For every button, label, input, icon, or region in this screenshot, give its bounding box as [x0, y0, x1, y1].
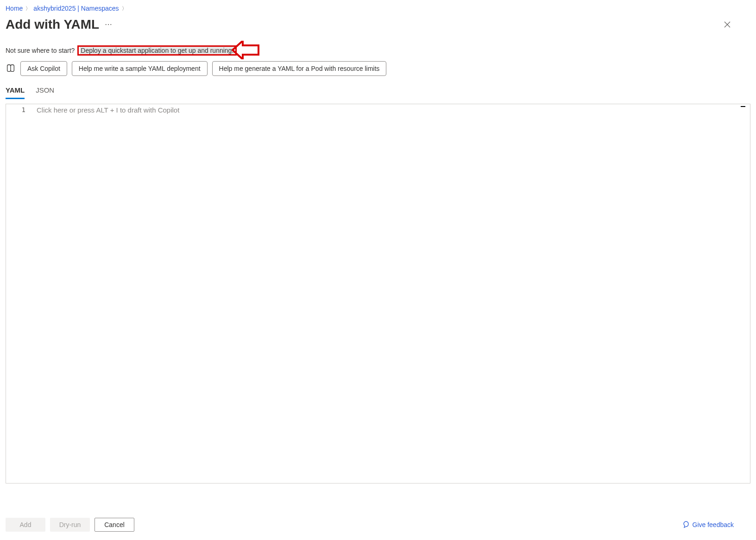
copilot-suggestion-pod-limits[interactable]: Help me generate a YAML for a Pod with r… [212, 61, 387, 76]
tab-yaml[interactable]: YAML [6, 84, 25, 99]
ask-copilot-button[interactable]: Ask Copilot [20, 61, 67, 76]
editor-cursor-mark [741, 106, 745, 107]
give-feedback-label: Give feedback [693, 521, 734, 528]
tab-json[interactable]: JSON [36, 84, 54, 99]
breadcrumb-home-link[interactable]: Home [6, 5, 23, 12]
chevron-right-icon: 〉 [122, 5, 127, 12]
cancel-button[interactable]: Cancel [94, 518, 134, 532]
breadcrumb-namespace-link[interactable]: akshybrid2025 | Namespaces [33, 5, 119, 12]
dry-run-button: Dry-run [50, 518, 90, 532]
more-actions-button[interactable]: ⋯ [105, 20, 113, 29]
editor-gutter: 1 [6, 104, 32, 483]
chevron-right-icon: 〉 [25, 5, 31, 12]
editor-placeholder-text: Click here or press ALT + I to draft wit… [34, 104, 750, 483]
copilot-icon [6, 63, 16, 74]
footer-actions: Add Dry-run Cancel Give feedback [0, 518, 756, 532]
line-number: 1 [6, 106, 25, 113]
close-button[interactable] [722, 19, 733, 30]
helper-prefix-text: Not sure where to start? [6, 47, 75, 54]
page-title: Add with YAML [6, 17, 99, 32]
give-feedback-link[interactable]: Give feedback [682, 521, 734, 528]
format-tabs: YAML JSON [6, 84, 750, 99]
breadcrumb: Home 〉 akshybrid2025 | Namespaces 〉 [6, 5, 750, 12]
copilot-suggestion-sample-yaml[interactable]: Help me write a sample YAML deployment [72, 61, 208, 76]
close-icon [724, 21, 731, 28]
feedback-icon [682, 521, 690, 528]
annotation-highlight-box: Deploy a quickstart application to get u… [77, 45, 237, 56]
quickstart-deploy-link[interactable]: Deploy a quickstart application to get u… [80, 47, 234, 54]
add-button: Add [6, 518, 45, 532]
yaml-editor[interactable]: 1 Click here or press ALT + I to draft w… [6, 104, 750, 483]
